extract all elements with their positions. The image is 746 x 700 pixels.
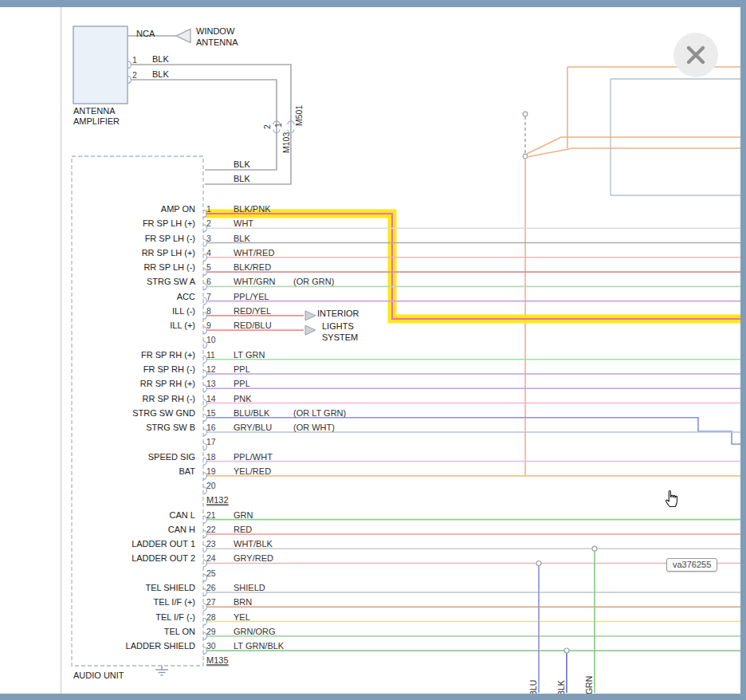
pin-function-label: CAN L [170, 510, 195, 520]
window-border-top [0, 0, 746, 7]
pin-number: 22 [206, 525, 216, 534]
window-antenna-label-1: WINDOW [196, 26, 234, 36]
wire-color-label: BLU/BLK [234, 408, 270, 418]
pin-function-label: RR SP LH (-) [143, 262, 195, 272]
wire-color-label: PNK [234, 394, 252, 403]
pin-function-label: ILL (-) [172, 306, 195, 316]
pin-number: 27 [206, 597, 216, 607]
system-arrow-icon [305, 325, 316, 335]
wire-color-label: WHT/BLK [234, 539, 273, 549]
interior-lights-label-2: LIGHTS [322, 321, 354, 331]
pin-function-label: STRG SW B [146, 423, 195, 432]
junction-node [564, 648, 569, 653]
pin-number: 28 [206, 612, 216, 622]
pin-number: 16 [206, 423, 216, 432]
wire-color-label: LT GRN/BLK [234, 641, 285, 651]
pin-number: 3 [206, 234, 211, 243]
wire-color-label: BLK [234, 174, 250, 183]
wire-orange-branch-2[interactable] [527, 148, 740, 157]
antenna-amplifier-label-1: ANTENNA [73, 106, 116, 116]
pin-number: 15 [206, 408, 216, 418]
wire-color-label: GRY/RED [234, 553, 273, 563]
tooltip-badge: va376255 [666, 558, 717, 572]
pin-number: 14 [206, 394, 216, 403]
pin-number: 11 [206, 350, 215, 360]
audio-unit-label: AUDIO UNIT [73, 671, 124, 680]
wire-color-label: RED/YEL [234, 306, 271, 316]
wire-color-note: (OR GRN) [293, 277, 334, 286]
pin-number: 30 [206, 641, 216, 651]
connector-label-m103[interactable]: M103 [281, 132, 291, 153]
pin-function-label: TEL SHIELD [145, 583, 195, 592]
pin-number: 29 [206, 627, 216, 636]
system-arrow-icon [305, 311, 316, 321]
pin-function-label: TEL I/F (-) [155, 612, 195, 622]
pin-number: 25 [206, 568, 216, 578]
antenna-amplifier-label-2: AMPLIFIER [73, 116, 120, 126]
pin-function-label: RR SP RH (-) [143, 394, 195, 403]
wire-color-label: SHIELD [234, 583, 265, 592]
window-border-bottom [0, 694, 746, 700]
pin-function-label: ACC [177, 292, 195, 301]
wire-color-label: GRN [234, 510, 253, 520]
wire-color-label: PPL [234, 379, 250, 388]
wire-color-label: WHT/RED [234, 248, 274, 258]
connector-label-m501[interactable]: M501 [294, 105, 304, 126]
wire-line[interactable] [206, 214, 740, 319]
wire-color-label: BLK [152, 69, 169, 79]
pin-number: 1 [206, 204, 211, 214]
pin-number: 24 [206, 553, 216, 563]
antenna-amplifier-box[interactable] [73, 26, 128, 104]
connector-pin-number: 2 [262, 124, 272, 129]
pin-number: 10 [206, 335, 216, 344]
wiring-diagram: 1AMP ONBLK/PNK2FR SP LH (+)WHT3FR SP LH … [0, 0, 746, 700]
pin-function-label: RR SP RH (+) [140, 379, 195, 388]
wire-color-label: GRN/ORG [234, 627, 276, 636]
interior-lights-label-1: INTERIOR [317, 309, 359, 318]
pin-function-label: TEL ON [164, 627, 195, 636]
wire-color-note: (OR WHT) [293, 423, 335, 432]
pin-function-label: BAT [179, 466, 195, 476]
wire-color-label: PPL/WHT [234, 452, 273, 462]
wire-color-label: PPL [234, 364, 250, 374]
pin-function-label: FR SP LH (+) [143, 218, 195, 228]
window-border-right [740, 0, 746, 700]
pin-function-label: AMP ON [161, 204, 195, 214]
close-button[interactable] [673, 33, 718, 77]
pin-number: 26 [206, 583, 216, 592]
pin-number: 18 [206, 452, 216, 462]
pin-function-label: TEL I/F (+) [154, 597, 195, 607]
close-icon [673, 33, 718, 77]
wire-color-label: PPL/YEL [234, 292, 269, 301]
pin-function-label: LADDER OUT 1 [132, 539, 195, 549]
wire-color-label: BLK [234, 159, 250, 169]
junction-node [536, 561, 541, 566]
pin-function-label: LADDER OUT 2 [132, 553, 195, 563]
connector-label[interactable]: M135 [206, 655, 229, 665]
pin-function-label: RR SP LH (+) [142, 248, 195, 258]
connector-label[interactable]: M132 [206, 495, 229, 505]
wire-color-label: BLK [152, 54, 169, 64]
junction-node [523, 154, 528, 159]
pin-number: 4 [206, 248, 211, 258]
wire-color-label: WHT [234, 218, 253, 228]
highlighted-wire-trace[interactable] [206, 214, 740, 319]
wire-color-label: WHT/GRN [234, 277, 276, 286]
connector-pin-number: 1 [273, 123, 283, 128]
pin-number: 8 [206, 306, 211, 316]
junction-node [592, 546, 597, 551]
pin-function-label: CAN H [168, 525, 195, 534]
panel-divider [61, 7, 61, 694]
wire-color-label: GRY/BLU [234, 423, 272, 432]
wire-color-label: BLK/PNK [234, 204, 271, 214]
pin-number: 5 [206, 262, 211, 272]
antenna-pin-number: 1 [132, 55, 137, 65]
pin-function-label: FR SP RH (-) [143, 364, 195, 374]
junction-node [523, 112, 528, 116]
wire-line[interactable] [207, 418, 740, 444]
window-antenna-label-2: ANTENNA [196, 37, 238, 47]
pin-number: 17 [206, 437, 216, 446]
antenna-blk-wire-2[interactable] [132, 80, 277, 170]
wire-color-label: YEL [234, 612, 250, 622]
highlight-layer [206, 214, 740, 319]
